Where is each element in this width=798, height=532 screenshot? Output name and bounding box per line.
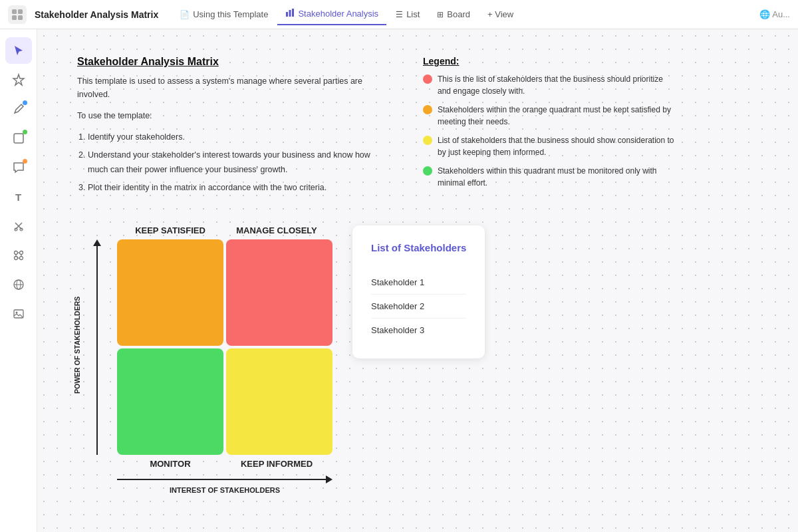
doc-icon: 📄: [180, 10, 190, 19]
cell-monitor: [117, 348, 223, 455]
description-left: Stakeholder Analysis Matrix This templat…: [77, 56, 383, 199]
user-avatar: 🌐 Au...: [759, 9, 790, 19]
legend-dot-red: [423, 74, 432, 84]
x-axis-row: [117, 475, 332, 483]
sidebar-item-comment[interactable]: [5, 154, 32, 181]
app-logo: [8, 5, 27, 24]
sidebar: T: [0, 29, 37, 532]
sidebar-item-text[interactable]: T: [5, 184, 32, 210]
sidebar-item-integrations[interactable]: [5, 242, 32, 269]
to-use-label: To use the template:: [77, 109, 383, 122]
chart-icon: [285, 8, 295, 19]
legend-item-0: This is the list of stakeholders that th…: [423, 73, 676, 97]
matrix-section: KEEP SATISFIED MANAGE CLOSELY: [77, 225, 758, 494]
matrix-body: POWER OF STAKEHOLDERS: [77, 239, 332, 455]
sidebar-item-select[interactable]: [5, 37, 32, 64]
svg-rect-4: [286, 12, 288, 17]
topbar: Stakeholder Analysis Matrix 📄 Using this…: [0, 0, 798, 29]
step-2: Understand your stakeholder's interest t…: [88, 148, 383, 177]
label-monitor: MONITOR: [117, 459, 223, 469]
topbar-right: 🌐 Au...: [759, 9, 790, 19]
svg-marker-7: [13, 74, 24, 85]
step-1: Identify your stakeholders.: [88, 130, 383, 144]
svg-rect-3: [18, 15, 23, 20]
svg-point-14: [19, 251, 23, 255]
label-keep-informed: KEEP INFORMED: [223, 459, 330, 469]
description-title: Stakeholder Analysis Matrix: [77, 56, 383, 68]
y-axis-line: [96, 246, 98, 455]
list-icon: ☰: [396, 10, 403, 19]
legend-dot-orange: [423, 105, 432, 114]
tab-using-template[interactable]: 📄 Using this Template: [172, 4, 276, 25]
stakeholder-item-1: Stakeholder 1: [371, 271, 466, 295]
svg-point-15: [14, 257, 17, 260]
y-axis-arrow: [93, 239, 101, 455]
stakeholder-card-title: List of Stakeholders: [371, 241, 466, 255]
x-axis-label: INTEREST OF STAKEHOLDERS: [170, 486, 280, 494]
x-axis-line: [117, 479, 326, 480]
cell-keep-satisfied: [117, 239, 223, 346]
main-canvas[interactable]: Stakeholder Analysis Matrix This templat…: [37, 29, 798, 532]
stakeholder-item-3: Stakeholder 3: [371, 319, 466, 342]
svg-rect-5: [289, 10, 291, 17]
svg-rect-2: [12, 15, 17, 20]
comment-dot: [23, 159, 27, 164]
topbar-tabs: 📄 Using this Template Stakeholder Analys…: [172, 4, 757, 25]
legend-dot-yellow: [423, 136, 432, 145]
matrix-wrapper: KEEP SATISFIED MANAGE CLOSELY: [77, 225, 332, 494]
svg-rect-0: [12, 9, 17, 14]
description-right: Legend: This is the list of stakeholders…: [423, 56, 676, 199]
legend-item-3: Stakeholders within this quadrant must b…: [423, 165, 676, 189]
x-axis: INTEREST OF STAKEHOLDERS: [77, 475, 332, 494]
y-arrowhead: [93, 239, 101, 246]
description-steps: Identify your stakeholders. Understand y…: [77, 130, 383, 195]
stakeholder-item-2: Stakeholder 2: [371, 295, 466, 319]
svg-rect-6: [292, 9, 294, 17]
sidebar-item-globe[interactable]: [5, 271, 32, 298]
shape-dot: [23, 130, 27, 134]
label-manage-closely: MANAGE CLOSELY: [223, 225, 330, 235]
sidebar-item-ai[interactable]: [5, 66, 32, 93]
board-icon: ⊞: [437, 10, 444, 19]
tab-list[interactable]: ☰ List: [388, 4, 428, 25]
tab-add-view[interactable]: + View: [479, 4, 521, 25]
sidebar-item-media[interactable]: [5, 301, 32, 327]
cell-keep-informed: [226, 348, 332, 455]
description-intro: This template is used to assess a system…: [77, 74, 383, 101]
description-block: Stakeholder Analysis Matrix This templat…: [77, 56, 758, 199]
stakeholder-card: List of Stakeholders Stakeholder 1 Stake…: [352, 225, 485, 358]
x-arrowhead: [326, 475, 332, 483]
legend-item-2: List of stakeholders that the business s…: [423, 134, 676, 158]
legend-title: Legend:: [423, 56, 676, 66]
text-icon: T: [15, 192, 21, 203]
svg-point-25: [15, 312, 17, 314]
y-axis-label: POWER OF STAKEHOLDERS: [73, 301, 81, 394]
main-layout: T: [0, 29, 798, 532]
matrix-grid: [117, 239, 332, 455]
label-keep-satisfied: KEEP SATISFIED: [117, 225, 223, 235]
sidebar-item-shape[interactable]: [5, 125, 32, 152]
svg-rect-1: [18, 9, 23, 14]
page-title: Stakeholder Analysis Matrix: [35, 9, 158, 20]
y-axis: POWER OF STAKEHOLDERS: [77, 239, 117, 455]
step-3: Plot their identity in the matrix in acc…: [88, 181, 383, 195]
legend-item-1: Stakeholders within the orange quadrant …: [423, 104, 676, 128]
svg-point-16: [19, 257, 23, 260]
sidebar-item-cut[interactable]: [5, 213, 32, 239]
sidebar-item-pen[interactable]: [5, 96, 32, 122]
svg-point-13: [14, 251, 17, 255]
tab-stakeholder-analysis[interactable]: Stakeholder Analysis: [277, 4, 386, 25]
canvas-content: Stakeholder Analysis Matrix This templat…: [37, 29, 798, 521]
tab-board[interactable]: ⊞ Board: [429, 4, 478, 25]
matrix-bottom-labels: MONITOR KEEP INFORMED: [77, 459, 332, 469]
legend-dot-green: [423, 166, 432, 176]
cell-manage-closely: [226, 239, 332, 346]
svg-rect-8: [14, 134, 23, 143]
pen-dot: [23, 100, 27, 105]
matrix-top-labels: KEEP SATISFIED MANAGE CLOSELY: [77, 225, 332, 235]
